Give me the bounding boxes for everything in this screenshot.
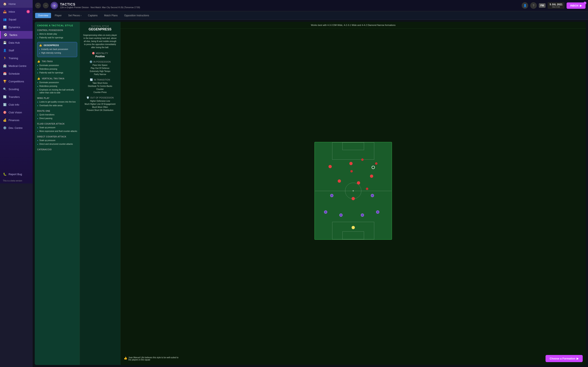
sidebar-item-finances[interactable]: 💰 Finances [0,116,33,124]
tactic-group-wing-play[interactable]: WING PLAY ● Looks to get quality crosses… [37,97,77,107]
out-of-possession-label: 🛡️ OUT OF POSSESSION [83,96,117,99]
sidebar-item-training[interactable]: 🏃 Training [0,54,33,62]
tactic-item: ● Instantly win back possession [39,48,75,51]
competitions-icon: 🏆 [3,80,7,83]
tactic-item: ● Direct passing [37,117,77,120]
tactic-item: ● Aims to dictate play [37,33,77,35]
sidebar-item-dynamics[interactable]: 📊 Dynamics [0,23,33,31]
mentality-icon: 🎯 [92,52,95,55]
tactic-item: ● Direct and structured counter-attacks [37,143,77,146]
sidebar-item-staff[interactable]: 👤 Staff [0,47,33,54]
medical-icon: 🏥 [3,64,7,68]
tactic-item: ● High-intensity running [39,52,75,54]
tactic-group-vertical-tiki-taka[interactable]: 👍 VERTICAL TIKI-TAKA ● Dominate possessi… [37,77,77,94]
page-subtitle: 12th in English Premier Division · Next … [60,6,294,8]
list-item: Much Higher Line Of Engagement [83,103,117,106]
tactics-icon: ⚽ [3,33,7,37]
tactic-item: ● Looks to get quality crosses into the … [37,100,77,103]
tactic-item: ● Relentless pressing [37,85,77,88]
sidebar-item-squad[interactable]: 👥 Squad [0,16,33,23]
tactical-info-panel: TACTICAL STYLE GEGENPRESS Gegenpressing … [80,22,121,184]
tactic-item: ● Emphasis on moving the ball vertically… [37,89,77,94]
tactical-style-label: TACTICAL STYLE [83,25,117,27]
tactic-group-catenaccio[interactable]: CATENACCIO [37,149,77,151]
tab-match-plans[interactable]: Match Plans [101,13,121,18]
list-item: Higher Defensive Line [83,100,117,103]
sidebar-item-tactics[interactable]: ⚽ Tactics [0,31,33,39]
mentality-label: 🎯 MENTALITY [83,52,117,55]
list-item: Take Short Kicks [83,82,117,85]
tactic-item: ● More expressive and fluid counter-atta… [37,130,77,133]
devcentre-icon: ⚙️ [3,126,7,130]
sidebar-item-devcentre[interactable]: ⚙️ Dev. Centre [0,124,33,132]
club-logo: ⚽ [51,2,58,9]
svg-text:⚽: ⚽ [53,5,55,7]
tactic-item: ● Patiently wait for openings [37,71,77,74]
transfers-icon: 🔄 [3,95,7,99]
tab-set-pieces[interactable]: Set Pieces › [65,13,84,18]
thumbsup-icon: 👍 [39,44,42,47]
page-title: TACTICS [60,3,294,6]
sidebar-item-clubvision[interactable]: 🎯 Club Vision [0,108,33,116]
tactic-group-tiki-taka[interactable]: 👍 TIKI-TAKA ● Dominate possession ● Rele… [37,60,77,74]
dynamics-icon: 📊 [3,25,7,29]
tab-captains[interactable]: Captains [85,13,100,18]
sidebar-item-reportbug[interactable]: 🐛 Report Bug [0,170,33,178]
out-of-possession-icon: 🛡️ [86,96,90,99]
formation-header: Works best with 4-3-3 DM Wide, 4-2-3-1 W… [121,22,294,29]
thumbsup-icon: 👍 [37,77,40,80]
inbox-icon: 📥 [3,10,7,13]
tab-opposition-instructions[interactable]: Opposition Instructions [121,13,152,18]
tactic-item: ● Quick transitions [37,113,77,116]
tactic-title-vertical-tiki-taka: 👍 VERTICAL TIKI-TAKA [37,77,77,80]
tactic-group-direct-counter[interactable]: DIRECT COUNTER-ATTACK ● Soak up pressure… [37,136,77,146]
in-transition-icon: 🔄 [90,78,93,81]
sidebar-item-competitions[interactable]: 🏆 Competitions [0,77,33,85]
tactic-group-control-possession[interactable]: CONTROL POSSESSION ● Aims to dictate pla… [37,29,77,39]
home-icon: 🏠 [3,2,7,6]
content-area: CHOOSE A TACTICAL STYLE CONTROL POSSESSI… [35,22,294,184]
tactic-title-wing-play: WING PLAY [37,97,77,99]
sidebar-item-clubinfo[interactable]: ℹ️ Club Info [0,101,33,108]
tactic-item: ● Overloads the wide areas [37,104,77,107]
pitch-container [121,29,294,184]
training-icon: 🏃 [3,56,7,60]
list-item: Fairly Narrow [83,73,117,76]
list-item: Play Out Of Defence [83,67,117,70]
mentality-value: Positive [83,55,117,58]
tab-player[interactable]: Player [52,13,65,18]
sidebar-item-transfers[interactable]: 🔄 Transfers [0,93,33,101]
list-item: Distribute To Centre-Backs [83,85,117,88]
tactic-group-gegenpress[interactable]: 👍 GEGENPRESS ● Instantly win back posses… [37,42,77,57]
staff-icon: 👤 [3,49,7,52]
back-button[interactable]: ← [35,3,41,8]
sidebar-item-schedule[interactable]: 📅 Schedule [0,70,33,77]
squad-icon: 👥 [3,17,7,21]
tactic-title-control-possession: CONTROL POSSESSION [37,29,77,31]
tactic-group-route-one[interactable]: ROUTE ONE ● Quick transitions ● Direct p… [37,110,77,120]
tactical-list-header: CHOOSE A TACTICAL STYLE [37,24,77,27]
tactic-group-fluid-counter[interactable]: FLUID COUNTER-ATTACK ● Soak up pressure … [37,123,77,133]
finances-icon: 💰 [3,118,7,122]
sidebar-item-home[interactable]: 🏠 Home [0,0,33,8]
tactic-title-direct-counter: DIRECT COUNTER-ATTACK [37,136,77,138]
tab-overview[interactable]: Overview [35,13,51,18]
tactic-item: ● Dominate possession [37,64,77,67]
list-item: Prevent Short GK Distribution [83,109,117,112]
list-item: Pass Into Space [83,64,117,67]
in-possession-icon: ⚙️ [89,60,93,63]
thumbsup-icon: 👍 [37,60,40,63]
tactical-styles-list: CHOOSE A TACTICAL STYLE CONTROL POSSESSI… [35,22,80,184]
sidebar-item-medical[interactable]: 🏥 Medical Centre [0,62,33,70]
out-of-possession-list: Higher Defensive Line Much Higher Line O… [83,100,117,112]
sidebar-item-datahub[interactable]: 💾 Data Hub [0,39,33,47]
clubvision-icon: 🎯 [3,110,7,114]
tactic-item: ● Soak up pressure [37,139,77,142]
schedule-icon: 📅 [3,72,7,75]
sidebar-item-scouting[interactable]: 🔍 Scouting [0,85,33,93]
forward-button[interactable]: → [43,3,49,8]
scouting-icon: 🔍 [3,87,7,91]
subnav: Overview Player Set Pieces › Captains Ma… [33,11,294,20]
tactic-title-tiki-taka: 👍 TIKI-TAKA [37,60,77,63]
sidebar-item-inbox[interactable]: 📥 Inbox 8 [0,8,33,16]
